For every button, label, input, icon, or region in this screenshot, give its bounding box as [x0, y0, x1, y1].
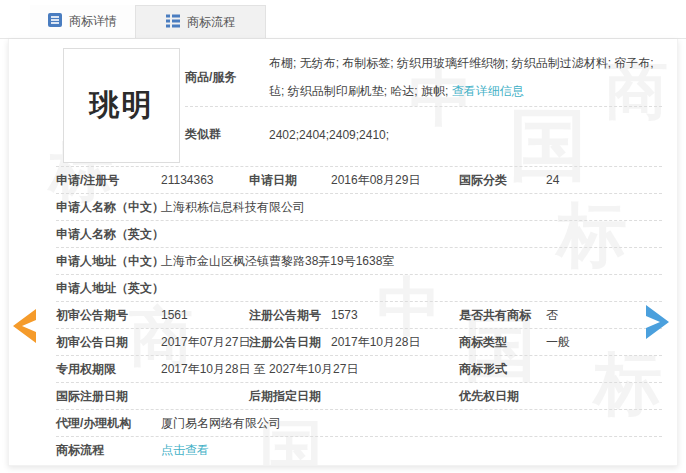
- field-label: 专用权期限: [56, 361, 161, 378]
- field-label: 后期指定日期: [249, 388, 331, 405]
- click-view-link[interactable]: 点击查看: [161, 443, 209, 457]
- field-value: 2016年08月29日: [331, 172, 459, 189]
- trademark-name: 珧明: [90, 85, 154, 126]
- field-label: 商标流程: [56, 442, 161, 459]
- field-label: 申请人地址（英文）: [56, 280, 161, 297]
- field-label: 商标形式: [459, 361, 546, 378]
- panel-content: 珧明 商品/服务 布棚; 无纺布; 布制标签; 纺织用玻璃纤维织物; 纺织品制过…: [9, 39, 677, 464]
- field-label: 申请/注册号: [56, 172, 161, 189]
- field-row: 代理/办理机构 厦门易名网络有限公司: [56, 410, 662, 437]
- next-page-button[interactable]: [644, 304, 672, 343]
- field-row: 申请人名称（中文） 上海积栋信息科技有限公司: [56, 194, 662, 221]
- field-value: 2017年07月27日: [161, 334, 249, 351]
- field-label: 申请人名称（英文）: [56, 226, 161, 243]
- field-value: 1561: [161, 308, 249, 322]
- similar-group-value: 2402;2404;2409;2410;: [269, 128, 389, 142]
- field-row: 初审公告日期 2017年07月27日 注册公告日期 2017年10月28日 商标…: [56, 329, 662, 356]
- field-row: 商标流程 点击查看: [56, 437, 662, 464]
- chevron-right-icon: [644, 328, 672, 343]
- field-label: 优先权日期: [459, 388, 546, 405]
- field-value: 2017年10月28日 至 2027年10月27日: [161, 361, 459, 378]
- field-value: 上海市金山区枫泾镇曹黎路38弄19号1638室: [161, 253, 662, 270]
- field-label: 是否共有商标: [459, 307, 546, 324]
- goods-label: 商品/服务: [185, 69, 269, 86]
- field-label: 初审公告期号: [56, 307, 161, 324]
- field-label: 注册公告期号: [249, 307, 331, 324]
- field-label: 申请人地址（中文）: [56, 253, 161, 270]
- field-row: 初审公告期号 1561 注册公告期号 1573 是否共有商标 否: [56, 302, 662, 329]
- field-label: 商标类型: [459, 334, 546, 351]
- field-label: 国际分类: [459, 172, 546, 189]
- document-icon: [48, 13, 62, 30]
- trademark-summary-section: 珧明 商品/服务 布棚; 无纺布; 布制标签; 纺织用玻璃纤维织物; 纺织品制过…: [56, 39, 662, 167]
- field-value: 2017年10月28日: [331, 334, 459, 351]
- trademark-detail-panel: 中 国 商 标 中 国 商 标 国 标 珧明 商品/服务 布棚; 无纺布; 布制…: [8, 39, 678, 466]
- field-row: 申请人地址（英文）: [56, 275, 662, 302]
- field-row: 专用权期限 2017年10月28日 至 2027年10月27日 商标形式: [56, 356, 662, 383]
- field-label: 申请人名称（中文）: [56, 199, 161, 216]
- tab-label: 商标详情: [69, 13, 117, 30]
- tab-bar: 商标详情 商标流程: [0, 0, 686, 39]
- field-value: 上海积栋信息科技有限公司: [161, 199, 662, 216]
- view-details-link[interactable]: 查看详细信息: [452, 84, 524, 98]
- tab-trademark-process[interactable]: 商标流程: [135, 5, 266, 38]
- field-label: 国际注册日期: [56, 388, 161, 405]
- goods-text: 布棚; 无纺布; 布制标签; 纺织用玻璃纤维织物; 纺织品制过滤材料; 帘子布;…: [269, 49, 662, 105]
- tab-trademark-detail[interactable]: 商标详情: [30, 5, 135, 38]
- trademark-image-box: 珧明: [63, 48, 180, 163]
- field-value: 24: [546, 173, 662, 187]
- field-label: 申请日期: [249, 172, 331, 189]
- field-row: 国际注册日期 后期指定日期 优先权日期: [56, 383, 662, 410]
- field-row: 申请/注册号 21134363 申请日期 2016年08月29日 国际分类 24: [56, 167, 662, 194]
- field-value: 21134363: [161, 173, 249, 187]
- tab-label: 商标流程: [187, 14, 235, 31]
- field-row: 申请人地址（中文） 上海市金山区枫泾镇曹黎路38弄19号1638室: [56, 248, 662, 275]
- field-label: 注册公告日期: [249, 334, 331, 351]
- goods-table: 商品/服务 布棚; 无纺布; 布制标签; 纺织用玻璃纤维织物; 纺织品制过滤材料…: [185, 48, 662, 163]
- field-label: 代理/办理机构: [56, 415, 161, 432]
- field-label: 初审公告日期: [56, 334, 161, 351]
- prev-page-button[interactable]: [10, 308, 38, 347]
- field-value: 厦门易名网络有限公司: [161, 415, 662, 432]
- similar-group-row: 类似群 2402;2404;2409;2410;: [185, 107, 662, 162]
- field-value: 1573: [331, 308, 459, 322]
- goods-row: 商品/服务 布棚; 无纺布; 布制标签; 纺织用玻璃纤维织物; 纺织品制过滤材料…: [185, 48, 662, 107]
- similar-group-label: 类似群: [185, 126, 269, 143]
- list-icon: [166, 14, 180, 31]
- field-row: 申请人名称（英文）: [56, 221, 662, 248]
- chevron-left-icon: [10, 332, 38, 347]
